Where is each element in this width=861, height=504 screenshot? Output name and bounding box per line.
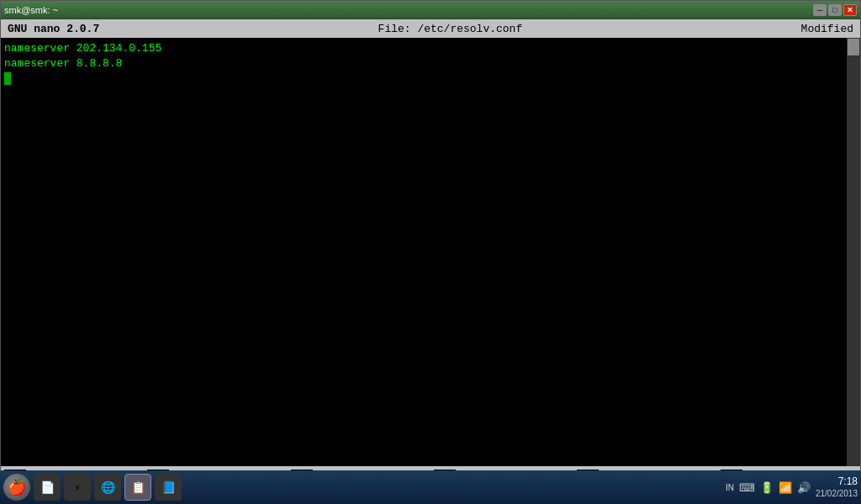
taskbar-icon-terminal[interactable]: ⚡	[64, 474, 91, 501]
nano-status: Modified	[801, 23, 853, 35]
taskbar-tray: IN ⌨ 🔋 📶 🔊 7:18 21/02/2013	[726, 475, 858, 500]
title-bar: smk@smk: ~ ─ □ ✕	[1, 1, 860, 19]
scrollbar[interactable]	[847, 38, 860, 466]
terminal-icon: ⚡	[74, 480, 81, 495]
taskbar-icon-active-app[interactable]: 📋	[124, 474, 151, 501]
nano-version: GNU nano 2.0.7	[8, 23, 99, 35]
title-bar-buttons: ─ □ ✕	[813, 4, 857, 16]
title-bar-text: smk@smk: ~	[4, 5, 58, 15]
minimize-button[interactable]: ─	[813, 4, 827, 16]
taskbar-icon-browser[interactable]: 🌐	[94, 474, 121, 501]
tray-icon-network: 📶	[779, 481, 792, 494]
nano-filename: File: /etc/resolv.conf	[378, 23, 523, 35]
start-button[interactable]: 🍎	[3, 474, 30, 501]
text-cursor	[4, 72, 11, 85]
tray-icon-keyboard: ⌨	[739, 481, 755, 494]
nano-header: GNU nano 2.0.7 File: /etc/resolv.conf Mo…	[1, 19, 860, 38]
tray-icon-battery: 🔋	[760, 481, 774, 494]
file-manager-icon: 📄	[40, 480, 55, 495]
taskbar-icon-word[interactable]: 📘	[155, 474, 182, 501]
editor-line-3	[4, 71, 857, 87]
tray-icon-volume: 🔊	[797, 481, 811, 494]
taskbar-icon-files[interactable]: 📄	[34, 474, 61, 501]
browser-icon: 🌐	[101, 480, 115, 495]
maximize-button[interactable]: □	[828, 4, 842, 16]
nano-editor[interactable]: nameserver 202.134.0.155 nameserver 8.8.…	[1, 38, 860, 466]
close-button[interactable]: ✕	[843, 4, 857, 16]
editor-line-2: nameserver 8.8.8.8	[4, 56, 857, 71]
date-display: 21/02/2013	[816, 488, 858, 499]
taskbar-clock: 7:18 21/02/2013	[816, 475, 858, 500]
scrollbar-thumb[interactable]	[848, 39, 859, 55]
terminal-window: smk@smk: ~ ─ □ ✕ GNU nano 2.0.7 File: /e…	[0, 0, 861, 504]
time-display: 7:18	[816, 475, 858, 489]
editor-line-1: nameserver 202.134.0.155	[4, 41, 857, 56]
word-icon: 📘	[161, 480, 176, 495]
app-icon: 📋	[131, 480, 145, 495]
apple-icon: 🍎	[8, 478, 26, 496]
keyboard-layout: IN	[726, 483, 734, 492]
taskbar: 🍎 📄 ⚡ 🌐 📋 📘 IN ⌨ 🔋 📶 🔊 7:18 21/02/2013	[0, 470, 861, 504]
